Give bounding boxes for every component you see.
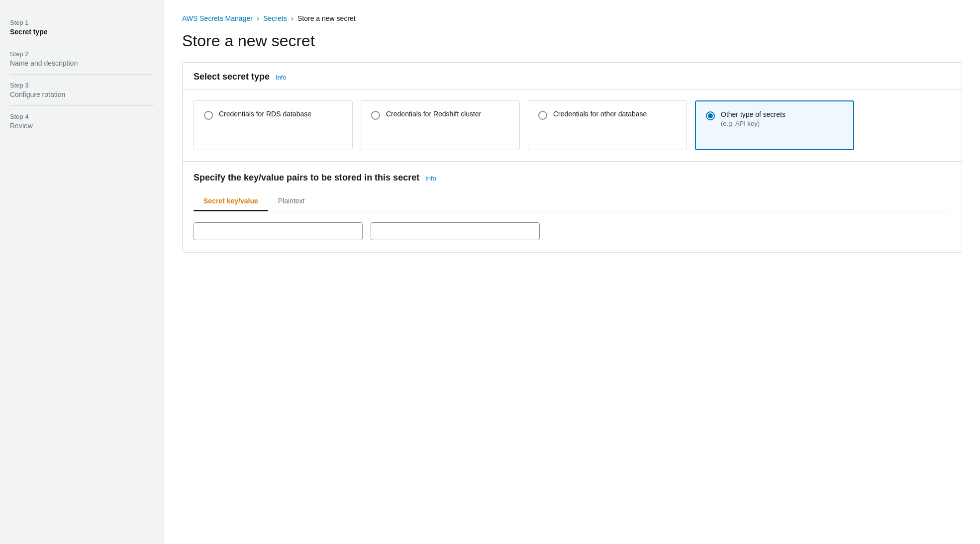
select-secret-type-info-link[interactable]: Info [276,74,287,81]
radio-other-type [706,111,715,120]
secret-type-card-rds[interactable]: Credentials for RDS database [194,100,353,150]
secret-type-label-rds: Credentials for RDS database [219,110,311,118]
secret-type-card-other-db[interactable]: Credentials for other database [528,100,687,150]
secret-type-card-other-type[interactable]: Other type of secrets (e.g. API key) [695,100,854,150]
kv-key-input[interactable] [194,222,363,240]
sidebar-step-step3[interactable]: Step 3 Configure rotation [10,75,154,106]
radio-other-db [538,111,547,120]
secret-type-sublabel-other-type: (e.g. API key) [721,120,785,127]
sidebar-step-number-step1: Step 1 [10,19,154,26]
breadcrumb-separator-1: › [257,14,259,23]
sidebar-step-number-step3: Step 3 [10,82,154,89]
secret-type-label-redshift: Credentials for Redshift cluster [386,110,481,118]
sidebar-step-step4[interactable]: Step 4 Review [10,106,154,137]
main-content: AWS Secrets Manager › Secrets › Store a … [164,0,980,544]
secret-type-card-redshift[interactable]: Credentials for Redshift cluster [361,100,520,150]
kv-section-title: Specify the key/value pairs to be stored… [194,173,419,182]
page-title: Store a new secret [182,32,962,50]
secret-type-label-other-type: Other type of secrets [721,110,785,118]
sidebar-step-name-step2: Name and description [10,59,154,67]
breadcrumb-link-secrets-manager[interactable]: AWS Secrets Manager [182,14,253,22]
tab-plaintext[interactable]: Plaintext [268,192,315,211]
breadcrumb-separator-2: › [291,14,294,23]
secret-type-options: Credentials for RDS database Credentials… [183,90,962,161]
breadcrumb: AWS Secrets Manager › Secrets › Store a … [182,14,962,23]
kv-tabs: Secret key/value Plaintext [194,192,951,211]
section-card: Select secret type Info Credentials for … [182,62,962,253]
secret-type-label-other-db: Credentials for other database [553,110,647,118]
sidebar-step-step2[interactable]: Step 2 Name and description [10,43,154,75]
select-secret-type-title: Select secret type [194,72,270,82]
breadcrumb-current: Store a new secret [297,14,356,22]
sidebar-step-number-step2: Step 2 [10,50,154,58]
kv-input-row [194,222,951,252]
breadcrumb-link-secrets[interactable]: Secrets [263,14,287,22]
sidebar-step-number-step4: Step 4 [10,113,154,120]
tab-secret-kv[interactable]: Secret key/value [194,192,268,211]
sidebar-step-name-step4: Review [10,122,154,130]
select-secret-type-header: Select secret type Info [183,63,962,90]
sidebar-step-step1[interactable]: Step 1 Secret type [10,12,154,43]
kv-info-link[interactable]: Info [425,175,436,182]
sidebar-step-name-step3: Configure rotation [10,91,154,98]
kv-value-input[interactable] [371,222,540,240]
sidebar: Step 1 Secret type Step 2 Name and descr… [0,0,164,544]
sidebar-step-name-step1: Secret type [10,28,154,36]
radio-redshift [371,111,380,120]
radio-rds [204,111,213,120]
kv-section: Specify the key/value pairs to be stored… [183,161,962,252]
